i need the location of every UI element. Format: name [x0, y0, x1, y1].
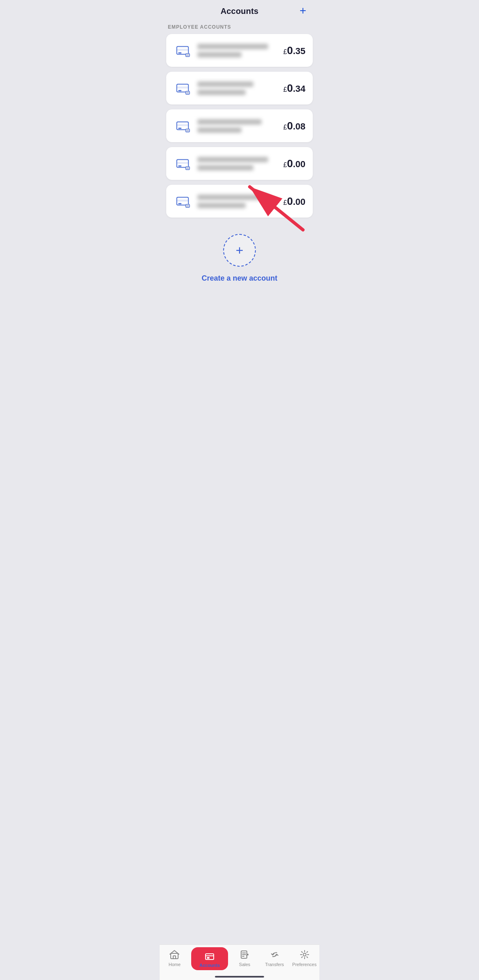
account-icon-4 — [174, 154, 192, 172]
account-icon-2 — [174, 79, 192, 97]
account-balance-4: £0.00 — [283, 157, 305, 170]
create-account-label[interactable]: Create a new account — [201, 274, 277, 283]
svg-rect-19 — [187, 168, 189, 169]
account-icon-5 — [174, 192, 192, 210]
page-title: Accounts — [221, 7, 259, 16]
add-account-button[interactable]: + — [296, 3, 310, 18]
svg-rect-22 — [178, 203, 182, 204]
account-name-blurred-4 — [197, 157, 278, 170]
account-name-blurred-1 — [197, 44, 278, 57]
account-card-3[interactable]: £0.08 — [166, 109, 313, 142]
account-card-1[interactable]: £0.35 — [166, 34, 313, 67]
page-header: Accounts + — [160, 0, 319, 21]
create-account-section: + Create a new account — [160, 218, 319, 295]
svg-rect-12 — [178, 128, 182, 129]
svg-rect-4 — [187, 54, 189, 56]
svg-rect-7 — [178, 90, 182, 91]
svg-line-26 — [250, 187, 303, 230]
create-new-account-button[interactable]: + — [223, 234, 256, 267]
account-balance-3: £0.08 — [283, 120, 305, 132]
account-name-blurred-3 — [197, 119, 278, 133]
account-icon-1 — [174, 41, 192, 59]
svg-rect-6 — [177, 86, 189, 88]
svg-rect-21 — [177, 200, 189, 202]
create-plus-icon: + — [236, 244, 244, 257]
svg-rect-11 — [177, 124, 189, 126]
svg-rect-14 — [187, 130, 189, 132]
account-card-4[interactable]: £0.00 — [166, 147, 313, 180]
arrow-annotation — [242, 181, 307, 236]
account-balance-1: £0.35 — [283, 44, 305, 57]
account-name-blurred-2 — [197, 82, 278, 95]
svg-rect-16 — [177, 162, 189, 164]
account-icon-3 — [174, 117, 192, 135]
svg-rect-24 — [187, 205, 189, 207]
svg-rect-9 — [187, 92, 189, 94]
account-card-2[interactable]: £0.34 — [166, 72, 313, 104]
svg-rect-1 — [177, 49, 189, 51]
account-balance-2: £0.34 — [283, 82, 305, 95]
employee-accounts-section-label: EMPLOYEE ACCOUNTS — [160, 21, 319, 34]
svg-rect-2 — [178, 52, 182, 54]
svg-rect-17 — [178, 166, 182, 167]
